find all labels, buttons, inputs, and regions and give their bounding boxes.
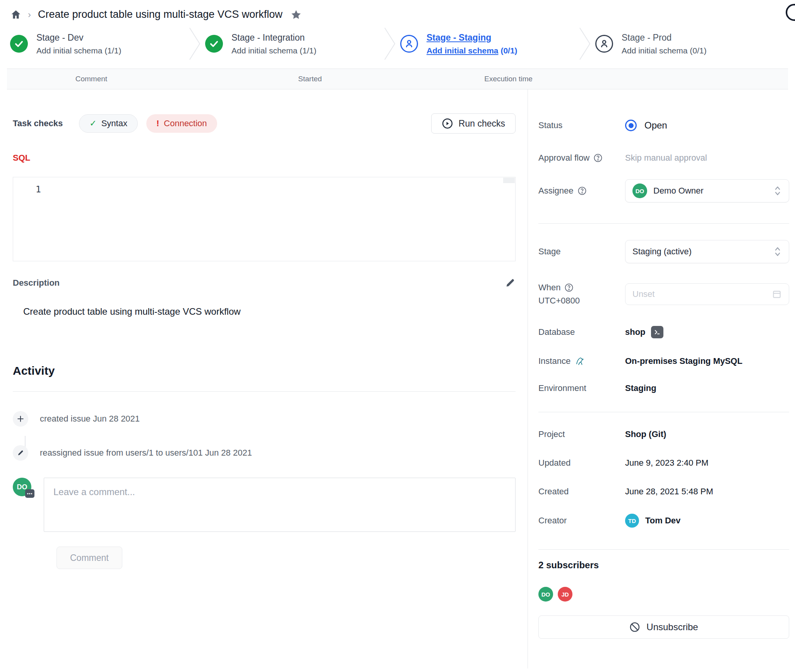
- mysql-dolphin-icon: [574, 356, 586, 366]
- avatar[interactable]: DO: [538, 587, 553, 602]
- run-checks-button[interactable]: Run checks: [431, 113, 516, 134]
- subscribers-title: 2 subscribers: [538, 560, 789, 571]
- instance-label: Instance: [538, 356, 571, 366]
- stage-select[interactable]: Staging (active): [625, 240, 789, 263]
- stage-name: Stage - Staging: [427, 33, 517, 43]
- comment-bubble-icon: •••: [25, 489, 34, 498]
- stage-task-link[interactable]: Add initial schema (0/1): [622, 46, 706, 55]
- column-header-comment: Comment: [75, 75, 107, 83]
- environment-row: Environment Staging: [538, 383, 789, 393]
- environment-value[interactable]: Staging: [625, 383, 656, 393]
- help-icon[interactable]: [564, 283, 574, 292]
- activity-event: reassigned issue from users/1 to users/1…: [13, 445, 516, 461]
- check-syntax-pill[interactable]: ✓ Syntax: [79, 114, 138, 133]
- home-icon[interactable]: [10, 9, 22, 21]
- status-row: Status Open: [538, 120, 789, 131]
- stage-done-icon: [10, 35, 28, 53]
- approval-flow-row: Approval flow Skip manual approval: [538, 153, 789, 163]
- stage-item-integration[interactable]: Stage - Integration Add initial schema (…: [203, 33, 382, 55]
- check-connection-pill[interactable]: ! Connection: [146, 114, 217, 133]
- when-timezone: UTC+0800: [538, 296, 580, 306]
- stage-task-link[interactable]: Add initial schema (1/1): [231, 46, 316, 55]
- help-icon[interactable]: [593, 153, 603, 163]
- avatar: DO: [632, 183, 647, 198]
- updated-label: Updated: [538, 458, 625, 468]
- assignee-row: Assignee DO Demo Owner: [538, 179, 789, 202]
- stage-name: Stage - Dev: [36, 33, 121, 43]
- sql-label: SQL: [13, 153, 516, 163]
- play-circle-icon: [442, 118, 453, 129]
- stage-person-icon: [595, 35, 613, 53]
- help-icon[interactable]: [786, 4, 795, 21]
- when-label: When: [538, 283, 560, 293]
- description-label: Description: [13, 278, 60, 288]
- activity-event-text: created issue Jun 28 2021: [40, 414, 140, 424]
- stage-item-staging[interactable]: Stage - Staging Add initial schema (0/1): [398, 33, 577, 55]
- help-icon[interactable]: [577, 186, 587, 195]
- chevron-updown-icon: [773, 246, 782, 257]
- created-row: Created June 28, 2021 5:48 PM: [538, 487, 789, 497]
- plus-icon: [13, 411, 28, 427]
- sql-console-icon[interactable]: [651, 326, 663, 338]
- creator-label: Creator: [538, 516, 625, 526]
- breadcrumb-separator: ›: [28, 9, 31, 20]
- comment-row: DO •••: [13, 478, 516, 532]
- avatar[interactable]: JD: [558, 587, 572, 602]
- sql-editor[interactable]: 1: [13, 177, 516, 261]
- task-table-header: Comment Started Execution time: [7, 69, 788, 89]
- creator-row: Creator TD Tom Dev: [538, 514, 789, 528]
- ban-icon: [629, 622, 640, 633]
- column-header-execution-time: Execution time: [484, 75, 533, 83]
- stage-name: Stage - Integration: [231, 33, 316, 43]
- stage-task-link[interactable]: Add initial schema (0/1): [427, 46, 517, 55]
- description-header: Description: [13, 278, 516, 288]
- column-header-started: Started: [298, 75, 322, 83]
- stage-pipeline: Stage - Dev Add initial schema (1/1) Sta…: [0, 24, 795, 64]
- stage-value: Staging (active): [632, 247, 692, 257]
- edit-pencil-icon[interactable]: [505, 278, 516, 288]
- creator-value[interactable]: Tom Dev: [645, 516, 680, 526]
- calendar-icon: [772, 289, 782, 299]
- database-value[interactable]: shop: [625, 327, 646, 337]
- issue-sidebar: Status Open Approval flow Skip manual ap…: [528, 89, 795, 669]
- avatar: TD: [625, 514, 639, 528]
- task-checks-row: Task checks ✓ Syntax ! Connection Run ch…: [13, 113, 516, 134]
- stage-separator-chevron: [382, 27, 398, 60]
- project-label: Project: [538, 429, 625, 439]
- activity-divider: [13, 391, 516, 392]
- title-bar: › Create product table using multi-stage…: [0, 0, 795, 24]
- chevron-updown-icon: [773, 185, 782, 196]
- stage-row: Stage Staging (active): [538, 240, 789, 263]
- exclamation-icon: !: [156, 118, 159, 129]
- stage-done-icon: [205, 35, 223, 53]
- stage-item-dev[interactable]: Stage - Dev Add initial schema (1/1): [8, 33, 187, 55]
- unsubscribe-button[interactable]: Unsubscribe: [538, 615, 789, 639]
- database-row: Database shop: [538, 326, 789, 338]
- status-label: Status: [538, 120, 625, 130]
- stage-person-icon: [400, 35, 418, 53]
- comment-input[interactable]: [44, 478, 516, 532]
- editor-scrollbar[interactable]: [503, 178, 515, 183]
- editor-line-number: 1: [36, 184, 41, 194]
- status-radio[interactable]: [625, 120, 637, 131]
- environment-label: Environment: [538, 383, 625, 393]
- approval-flow-label: Approval flow: [538, 153, 589, 163]
- created-value: June 28, 2021 5:48 PM: [625, 487, 713, 497]
- updated-value: June 9, 2023 2:40 PM: [625, 458, 708, 468]
- instance-value[interactable]: On-premises Staging MySQL: [625, 356, 742, 366]
- updated-row: Updated June 9, 2023 2:40 PM: [538, 458, 789, 468]
- assignee-select[interactable]: DO Demo Owner: [625, 179, 789, 202]
- stage-separator-chevron: [577, 27, 593, 60]
- activity-event: created issue Jun 28 2021: [13, 411, 516, 427]
- stage-task-link[interactable]: Add initial schema (1/1): [36, 46, 121, 55]
- star-icon[interactable]: [290, 9, 302, 21]
- stage-item-prod[interactable]: Stage - Prod Add initial schema (0/1): [593, 33, 773, 55]
- activity-event-text: reassigned issue from users/1 to users/1…: [40, 448, 252, 458]
- comment-button[interactable]: Comment: [57, 547, 122, 569]
- main-panel: Task checks ✓ Syntax ! Connection Run ch…: [0, 89, 528, 669]
- subscriber-avatars: DO JD: [538, 587, 789, 602]
- task-checks-label: Task checks: [13, 118, 63, 129]
- project-value[interactable]: Shop (Git): [625, 429, 666, 439]
- sidebar-divider: [538, 412, 789, 412]
- when-datetime-input[interactable]: Unset: [625, 283, 789, 305]
